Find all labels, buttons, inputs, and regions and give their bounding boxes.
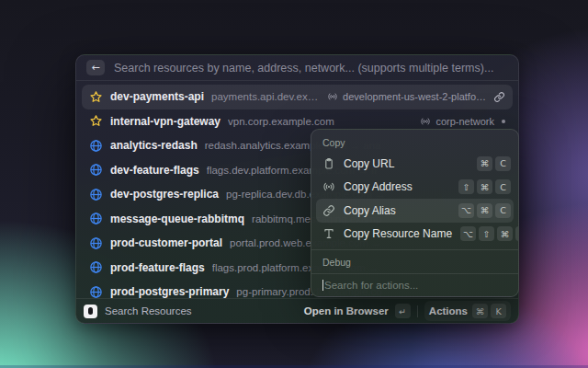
resource-network: development-us-west-2-platfo…	[343, 91, 486, 102]
search-bar: ←	[76, 55, 518, 81]
globe-icon	[89, 260, 103, 274]
resource-name: dev-postgres-replica	[110, 188, 219, 201]
resource-detail: vpn.corp.example.com	[228, 116, 334, 127]
actions-menu: Copy Copy URL ⌘C Copy Address ⇧⌘C Copy A…	[311, 129, 519, 297]
app-logo-icon	[84, 305, 97, 318]
key-badge: K	[491, 304, 506, 318]
globe-icon	[89, 236, 103, 250]
link-icon	[322, 204, 335, 217]
key-badge: ⇧	[458, 179, 474, 194]
clipboard-icon	[322, 157, 335, 170]
menu-item[interactable]: Copy Alias ⌥⌘C	[316, 199, 514, 223]
globe-icon	[89, 163, 103, 177]
menu-item-shortcut: ⇧⌘C	[458, 179, 511, 194]
resource-name: prod-customer-portal	[110, 236, 222, 249]
key-badge: ⌥	[460, 226, 476, 241]
key-badge: ⇧	[479, 226, 494, 241]
menu-item-label: Copy Address	[344, 180, 450, 193]
menu-section-debug: Debug	[311, 250, 518, 273]
footer-app-label: Search Resources	[105, 305, 192, 316]
desktop-background: ← dev-payments-api payments.api.dev.exam…	[0, 0, 588, 368]
text-icon	[322, 227, 335, 240]
resource-network: corp-network	[435, 116, 494, 127]
footer-actions: Open in Browser ↵ Actions ⌘K	[304, 301, 511, 321]
signal-icon	[322, 180, 335, 193]
globe-icon	[89, 188, 103, 201]
menu-item-shortcut: ⌘C	[477, 156, 511, 171]
menu-item-shortcut: ⌥⌘C	[458, 203, 511, 218]
menu-item[interactable]: Copy URL ⌘C	[311, 152, 518, 176]
footer-bar: Search Resources Open in Browser ↵ Actio…	[76, 298, 518, 323]
link-icon	[493, 91, 505, 103]
star-icon	[89, 114, 103, 128]
resource-name: message-queue-rabbitmq	[110, 213, 244, 225]
actions-label: Actions	[429, 305, 468, 316]
menu-search-row	[311, 273, 518, 296]
dot-indicator	[502, 120, 505, 123]
resource-name: prod-postgres-primary	[110, 285, 229, 298]
return-key-badge: ↵	[395, 304, 411, 318]
resource-row[interactable]: dev-payments-api payments.api.dev.exampl…	[82, 85, 513, 109]
key-badge: ⌘	[477, 179, 492, 194]
key-badge: ⌥	[458, 203, 474, 218]
resource-name: dev-payments-api	[110, 90, 204, 103]
key-badge: C	[495, 179, 511, 194]
signal-icon	[327, 91, 338, 102]
actions-button[interactable]: Actions ⌘K	[424, 301, 511, 321]
footer-divider	[417, 305, 418, 317]
menu-items: Copy URL ⌘C Copy Address ⇧⌘C Copy Alias …	[311, 152, 518, 246]
globe-icon	[89, 139, 103, 153]
command-palette-window: ← dev-payments-api payments.api.dev.exam…	[75, 54, 519, 324]
key-badge: C	[495, 156, 511, 171]
globe-icon	[89, 285, 103, 298]
resource-detail: payments.api.dev.example.com → dev-paym…	[211, 91, 320, 102]
globe-icon	[89, 212, 103, 225]
resource-name: dev-feature-flags	[110, 164, 199, 177]
app-logo-glyph	[88, 307, 93, 315]
menu-item-label: Copy Alias	[344, 204, 450, 217]
actions-keys: ⌘K	[472, 304, 506, 318]
resource-name: prod-feature-flags	[110, 261, 205, 274]
key-badge: C	[515, 226, 519, 241]
back-arrow-icon: ←	[91, 63, 99, 73]
menu-item[interactable]: Copy Resource Name ⌥⇧⌘C	[311, 223, 518, 247]
resource-name: internal-vpn-gateway	[110, 115, 220, 128]
open-in-browser-button[interactable]: Open in Browser	[304, 305, 389, 316]
search-input[interactable]	[114, 62, 508, 75]
signal-icon	[420, 116, 431, 127]
key-badge: ⌘	[472, 304, 488, 318]
back-button[interactable]: ←	[86, 60, 105, 75]
star-icon	[89, 90, 103, 104]
text-caret	[322, 280, 323, 291]
menu-item-label: Copy URL	[344, 157, 469, 170]
key-badge: ⌘	[477, 156, 492, 171]
key-badge: ⌘	[477, 203, 492, 218]
key-badge: C	[495, 203, 511, 218]
key-badge: ⌘	[497, 226, 513, 241]
menu-item-shortcut: ⌥⇧⌘C	[460, 226, 519, 241]
menu-section-copy: Copy	[311, 130, 518, 152]
menu-item-label: Copy Resource Name	[344, 227, 452, 240]
resource-name: analytics-redash	[110, 139, 198, 152]
actions-search-input[interactable]	[324, 280, 507, 291]
menu-item[interactable]: Copy Address ⇧⌘C	[311, 176, 518, 200]
